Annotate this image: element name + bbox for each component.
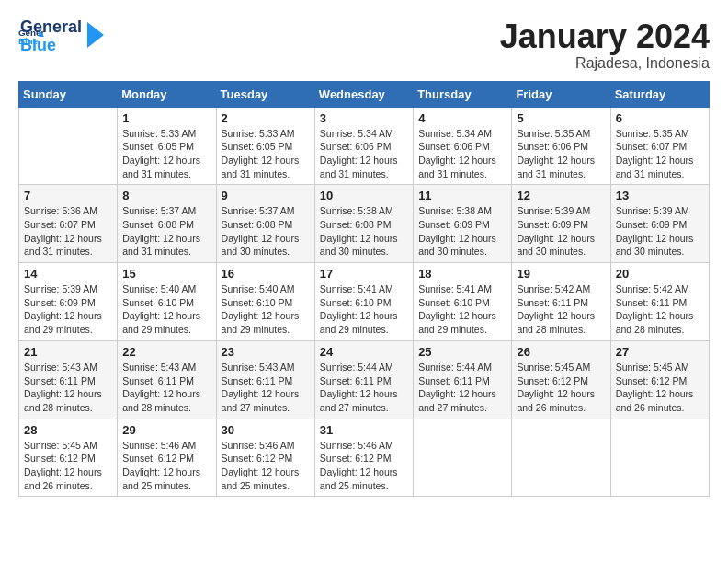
day-cell: 9Sunrise: 5:37 AM Sunset: 6:08 PM Daylig… [216,185,314,263]
day-number: 18 [418,267,506,281]
day-info: Sunrise: 5:45 AM Sunset: 6:12 PM Dayligh… [616,361,704,415]
day-number: 28 [24,423,112,437]
day-cell: 25Sunrise: 5:44 AM Sunset: 6:11 PM Dayli… [414,340,512,419]
day-cell: 16Sunrise: 5:40 AM Sunset: 6:10 PM Dayli… [216,263,314,341]
week-row-2: 7Sunrise: 5:36 AM Sunset: 6:07 PM Daylig… [19,185,710,263]
day-cell: 28Sunrise: 5:45 AM Sunset: 6:12 PM Dayli… [19,419,118,497]
day-info: Sunrise: 5:39 AM Sunset: 6:09 PM Dayligh… [517,204,605,259]
day-info: Sunrise: 5:36 AM Sunset: 6:07 PM Dayligh… [24,204,112,259]
day-info: Sunrise: 5:45 AM Sunset: 6:12 PM Dayligh… [517,361,605,415]
day-info: Sunrise: 5:38 AM Sunset: 6:09 PM Dayligh… [418,204,506,259]
logo-text-general: General [20,18,82,37]
header-wednesday: Wednesday [314,81,413,107]
day-info: Sunrise: 5:35 AM Sunset: 6:06 PM Dayligh… [517,127,605,181]
calendar-table: SundayMondayTuesdayWednesdayThursdayFrid… [18,81,710,498]
day-info: Sunrise: 5:40 AM Sunset: 6:10 PM Dayligh… [122,282,210,337]
day-cell: 14Sunrise: 5:39 AM Sunset: 6:09 PM Dayli… [19,263,118,341]
day-cell: 29Sunrise: 5:46 AM Sunset: 6:12 PM Dayli… [118,419,216,497]
week-row-4: 21Sunrise: 5:43 AM Sunset: 6:11 PM Dayli… [19,340,710,419]
day-info: Sunrise: 5:44 AM Sunset: 6:11 PM Dayligh… [418,361,506,415]
day-cell: 22Sunrise: 5:43 AM Sunset: 6:11 PM Dayli… [118,340,216,419]
day-number: 7 [24,189,112,202]
day-cell: 17Sunrise: 5:41 AM Sunset: 6:10 PM Dayli… [314,263,413,341]
day-cell: 27Sunrise: 5:45 AM Sunset: 6:12 PM Dayli… [610,340,709,419]
title-block: January 2024 Rajadesa, Indonesia [500,18,710,72]
day-number: 26 [517,345,605,359]
logo-text-blue: Blue [20,37,82,55]
day-number: 2 [222,111,310,125]
day-info: Sunrise: 5:35 AM Sunset: 6:07 PM Dayligh… [616,127,704,181]
day-cell: 19Sunrise: 5:42 AM Sunset: 6:11 PM Dayli… [512,263,610,341]
location-subtitle: Rajadesa, Indonesia [500,55,710,72]
day-cell: 1Sunrise: 5:33 AM Sunset: 6:05 PM Daylig… [118,107,216,185]
week-row-5: 28Sunrise: 5:45 AM Sunset: 6:12 PM Dayli… [19,419,710,497]
day-info: Sunrise: 5:38 AM Sunset: 6:08 PM Dayligh… [320,204,408,259]
day-number: 29 [122,423,210,437]
day-cell: 26Sunrise: 5:45 AM Sunset: 6:12 PM Dayli… [512,340,610,419]
day-cell: 20Sunrise: 5:42 AM Sunset: 6:11 PM Dayli… [610,263,709,341]
day-number: 30 [222,423,310,437]
day-cell: 3Sunrise: 5:34 AM Sunset: 6:06 PM Daylig… [314,107,413,185]
day-cell: 21Sunrise: 5:43 AM Sunset: 6:11 PM Dayli… [19,340,118,419]
day-cell [512,419,610,497]
week-row-1: 1Sunrise: 5:33 AM Sunset: 6:05 PM Daylig… [19,107,710,185]
day-cell: 2Sunrise: 5:33 AM Sunset: 6:05 PM Daylig… [216,107,314,185]
day-number: 15 [122,267,210,281]
day-number: 11 [418,189,506,202]
day-cell: 11Sunrise: 5:38 AM Sunset: 6:09 PM Dayli… [414,185,512,263]
logo: General Blue General Blue [18,18,106,55]
day-info: Sunrise: 5:41 AM Sunset: 6:10 PM Dayligh… [418,282,506,337]
day-info: Sunrise: 5:42 AM Sunset: 6:11 PM Dayligh… [616,282,704,337]
header-monday: Monday [118,81,216,107]
day-cell: 10Sunrise: 5:38 AM Sunset: 6:08 PM Dayli… [314,185,413,263]
day-cell [414,419,512,497]
day-number: 21 [24,345,112,359]
day-info: Sunrise: 5:46 AM Sunset: 6:12 PM Dayligh… [222,439,310,493]
day-info: Sunrise: 5:33 AM Sunset: 6:05 PM Dayligh… [122,127,210,181]
day-number: 1 [122,111,210,125]
day-info: Sunrise: 5:43 AM Sunset: 6:11 PM Dayligh… [222,361,310,415]
day-cell [19,107,118,185]
day-number: 31 [320,423,408,437]
day-cell: 18Sunrise: 5:41 AM Sunset: 6:10 PM Dayli… [414,263,512,341]
day-number: 4 [418,111,506,125]
day-number: 16 [222,267,310,281]
day-cell [610,419,709,497]
day-cell: 6Sunrise: 5:35 AM Sunset: 6:07 PM Daylig… [610,107,709,185]
day-info: Sunrise: 5:37 AM Sunset: 6:08 PM Dayligh… [222,204,310,259]
day-number: 22 [122,345,210,359]
day-info: Sunrise: 5:44 AM Sunset: 6:11 PM Dayligh… [320,361,408,415]
day-number: 3 [320,111,408,125]
day-info: Sunrise: 5:43 AM Sunset: 6:11 PM Dayligh… [122,361,210,415]
day-number: 25 [418,345,506,359]
day-info: Sunrise: 5:40 AM Sunset: 6:10 PM Dayligh… [222,282,310,337]
day-number: 8 [122,189,210,202]
svg-marker-3 [87,22,104,48]
day-number: 19 [517,267,605,281]
header-row: SundayMondayTuesdayWednesdayThursdayFrid… [19,81,710,107]
day-info: Sunrise: 5:37 AM Sunset: 6:08 PM Dayligh… [122,204,210,259]
day-info: Sunrise: 5:46 AM Sunset: 6:12 PM Dayligh… [320,439,408,493]
month-title: January 2024 [500,18,710,55]
day-info: Sunrise: 5:43 AM Sunset: 6:11 PM Dayligh… [24,361,112,415]
day-cell: 8Sunrise: 5:37 AM Sunset: 6:08 PM Daylig… [118,185,216,263]
header-friday: Friday [512,81,610,107]
day-cell: 23Sunrise: 5:43 AM Sunset: 6:11 PM Dayli… [216,340,314,419]
day-info: Sunrise: 5:42 AM Sunset: 6:11 PM Dayligh… [517,282,605,337]
day-cell: 5Sunrise: 5:35 AM Sunset: 6:06 PM Daylig… [512,107,610,185]
day-cell: 4Sunrise: 5:34 AM Sunset: 6:06 PM Daylig… [414,107,512,185]
header-tuesday: Tuesday [216,81,314,107]
header-saturday: Saturday [610,81,709,107]
page-header: General Blue General Blue January 2024 R… [18,18,710,72]
day-info: Sunrise: 5:39 AM Sunset: 6:09 PM Dayligh… [616,204,704,259]
day-cell: 13Sunrise: 5:39 AM Sunset: 6:09 PM Dayli… [610,185,709,263]
day-number: 24 [320,345,408,359]
day-cell: 30Sunrise: 5:46 AM Sunset: 6:12 PM Dayli… [216,419,314,497]
day-number: 23 [222,345,310,359]
header-sunday: Sunday [19,81,118,107]
day-cell: 7Sunrise: 5:36 AM Sunset: 6:07 PM Daylig… [19,185,118,263]
day-number: 5 [517,111,605,125]
day-number: 10 [320,189,408,202]
logo-arrow-icon [87,18,106,52]
day-info: Sunrise: 5:46 AM Sunset: 6:12 PM Dayligh… [122,439,210,493]
